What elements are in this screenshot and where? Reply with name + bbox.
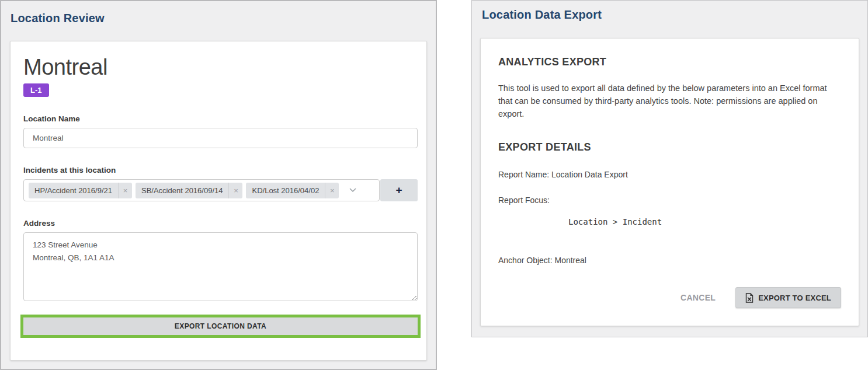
remove-tag-icon[interactable]: × bbox=[325, 183, 339, 198]
report-focus-value: Location > Incident bbox=[568, 217, 841, 226]
remove-tag-icon[interactable]: × bbox=[228, 183, 242, 198]
incident-tag-label: HP/Accident 2016/9/21 bbox=[29, 183, 118, 198]
report-focus-label: Report Focus: bbox=[498, 196, 841, 205]
cancel-button[interactable]: CANCEL bbox=[680, 293, 716, 302]
incidents-select-row: HP/Accident 2016/9/21 × SB/Accident 2016… bbox=[23, 179, 418, 201]
incident-tag-label: SB/Accident 2016/09/14 bbox=[136, 183, 229, 198]
panel-title-location-data-export: Location Data Export bbox=[482, 8, 867, 22]
location-review-panel: Location Review Montreal L-1 Location Na… bbox=[0, 0, 437, 370]
export-details-heading: EXPORT DETAILS bbox=[498, 141, 841, 153]
incident-tag: SB/Accident 2016/09/14 × bbox=[136, 183, 243, 198]
excel-file-icon bbox=[745, 293, 754, 303]
incident-tag: HP/Accident 2016/9/21 × bbox=[29, 183, 132, 198]
incidents-multi-select[interactable]: HP/Accident 2016/9/21 × SB/Accident 2016… bbox=[23, 179, 380, 201]
export-to-excel-label: EXPORT TO EXCEL bbox=[758, 294, 831, 302]
export-footer-actions: CANCEL EXPORT TO EXCEL bbox=[680, 287, 841, 308]
analytics-export-description: This tool is used to export all data def… bbox=[498, 82, 841, 120]
report-name-line: Report Name: Location Data Export bbox=[498, 170, 841, 179]
incident-tag: KD/Lost 2016/04/02 × bbox=[246, 183, 339, 198]
analytics-export-card: ANALYTICS EXPORT This tool is used to ex… bbox=[480, 38, 859, 326]
analytics-export-heading: ANALYTICS EXPORT bbox=[498, 56, 841, 68]
incidents-label: Incidents at this location bbox=[23, 166, 414, 174]
add-incident-button[interactable]: + bbox=[380, 179, 418, 201]
anchor-object-line: Anchor Object: Montreal bbox=[498, 256, 841, 265]
record-title: Montreal bbox=[23, 54, 414, 80]
export-to-excel-button[interactable]: EXPORT TO EXCEL bbox=[735, 287, 841, 308]
panel-title-location-review: Location Review bbox=[11, 12, 436, 25]
export-location-data-button[interactable]: EXPORT LOCATION DATA bbox=[23, 317, 418, 335]
record-id-badge: L-1 bbox=[23, 83, 49, 97]
location-review-card: Montreal L-1 Location Name Incidents at … bbox=[10, 41, 427, 361]
incident-tag-label: KD/Lost 2016/04/02 bbox=[246, 183, 325, 198]
address-textarea[interactable]: 123 Street Avenue Montreal, QB, 1A1 A1A bbox=[23, 232, 418, 301]
export-button-highlight: EXPORT LOCATION DATA bbox=[20, 315, 421, 338]
location-data-export-panel: Location Data Export ANALYTICS EXPORT Th… bbox=[471, 0, 868, 337]
address-label: Address bbox=[23, 219, 414, 228]
chevron-down-icon[interactable] bbox=[349, 188, 356, 193]
location-name-input[interactable] bbox=[23, 128, 418, 148]
location-name-label: Location Name bbox=[23, 114, 414, 123]
remove-tag-icon[interactable]: × bbox=[118, 183, 132, 198]
